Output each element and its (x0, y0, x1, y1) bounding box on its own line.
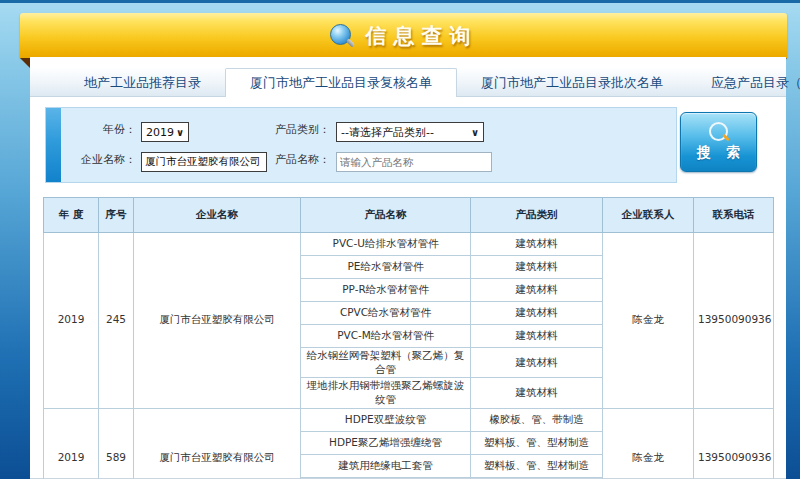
year-label: 年份： (74, 122, 136, 137)
catalog-table-body: 2019245厦门市台亚塑胶有限公司PVC-U给排水管材管件建筑材料陈金龙139… (44, 233, 774, 479)
category-label: 产品类别： (268, 122, 330, 137)
tab-bar: 地产工业品推荐目录 厦门市地产工业品目录复核名单 厦门市地产工业品目录批次名单 … (30, 68, 786, 97)
tab-emergency-catalog[interactable]: 应急产品目录（2020年） (687, 68, 800, 96)
table-row: 2019589厦门市台亚塑胶有限公司HDPE双壁波纹管橡胶板、管、带制造陈金龙1… (44, 408, 774, 431)
company-input[interactable] (141, 152, 267, 172)
product-name-cell: HDPE聚乙烯增强缠绕管 (301, 431, 471, 454)
chevron-down-icon: ∨ (471, 127, 479, 138)
product-name-cell: CPVC给水管材管件 (301, 302, 471, 325)
search-form: 年份： 2019∨ 产品类别： --请选择产品类别--∨ 企业名称： 产品名称： (45, 107, 677, 183)
company-cell: 厦门市台亚塑胶有限公司 (134, 408, 301, 479)
product-category-cell: 建筑材料 (471, 256, 603, 279)
year-cell: 2019 (44, 233, 99, 409)
seq-cell: 589 (99, 408, 134, 479)
product-name-cell: HDPE双壁波纹管 (301, 408, 471, 431)
tab-recommend-catalog[interactable]: 地产工业品推荐目录 (60, 68, 225, 96)
results-table: 年 度 序号 企业名称 产品名称 产品类别 企业联系人 联系电话 2019245… (43, 197, 774, 479)
product-category-cell: 建筑材料 (471, 233, 603, 256)
header-phone: 联系电话 (694, 198, 774, 233)
header-product: 产品名称 (301, 198, 471, 233)
product-category-cell: 塑料板、管、型材制造 (471, 454, 603, 477)
seq-cell: 245 (99, 233, 134, 409)
header-year: 年 度 (44, 198, 99, 233)
product-name-cell: PE给水管材管件 (301, 256, 471, 279)
product-category-cell: 建筑材料 (471, 279, 603, 302)
contact-cell: 陈金龙 (603, 233, 694, 409)
product-category-cell: 建筑材料 (471, 325, 603, 348)
phone-cell: 13950090936 (694, 408, 774, 479)
ribbon-fold-left (20, 58, 30, 68)
year-select[interactable]: 2019∨ (141, 122, 189, 142)
product-input[interactable] (336, 152, 492, 172)
table-row: 2019245厦门市台亚塑胶有限公司PVC-U给排水管材管件建筑材料陈金龙139… (44, 233, 774, 256)
product-name-cell: 给水钢丝网骨架塑料（聚乙烯）复合管 (301, 348, 471, 378)
year-cell: 2019 (44, 408, 99, 479)
product-label: 产品名称： (268, 152, 330, 167)
company-cell: 厦门市台亚塑胶有限公司 (134, 233, 301, 409)
header-seq: 序号 (99, 198, 134, 233)
company-label: 企业名称： (74, 152, 136, 167)
page-banner: 信息查询 (20, 13, 787, 58)
product-category-cell: 建筑材料 (471, 302, 603, 325)
product-name-cell: PVC-M给水管材管件 (301, 325, 471, 348)
product-category-cell: 建筑材料 (471, 378, 603, 408)
page-title: 信息查询 (366, 22, 478, 50)
contact-cell: 陈金龙 (603, 408, 694, 479)
tab-batch-list[interactable]: 厦门市地产工业品目录批次名单 (457, 68, 687, 96)
product-name-cell: PVC-U给排水管材管件 (301, 233, 471, 256)
table-header-row: 年 度 序号 企业名称 产品名称 产品类别 企业联系人 联系电话 (44, 198, 774, 233)
header-contact: 企业联系人 (603, 198, 694, 233)
category-select[interactable]: --请选择产品类别--∨ (336, 122, 484, 142)
search-icon (709, 122, 728, 141)
content-panel: 地产工业品推荐目录 厦门市地产工业品目录复核名单 厦门市地产工业品目录批次名单 … (30, 57, 786, 479)
product-name-cell: 建筑用绝缘电工套管 (301, 454, 471, 477)
form-accent-bar (46, 108, 61, 182)
product-category-cell: 橡胶板、管、带制造 (471, 408, 603, 431)
top-border-line (0, 0, 800, 3)
chevron-down-icon: ∨ (176, 127, 184, 138)
tab-review-list[interactable]: 厦门市地产工业品目录复核名单 (225, 68, 457, 97)
phone-cell: 13950090936 (694, 233, 774, 409)
product-category-cell: 建筑材料 (471, 348, 603, 378)
magnifier-icon (330, 24, 354, 48)
search-button[interactable]: 搜 索 (680, 112, 757, 172)
product-name-cell: 埋地排水用钢带增强聚乙烯螺旋波纹管 (301, 378, 471, 408)
product-name-cell: PP-R给水管材管件 (301, 279, 471, 302)
product-category-cell: 塑料板、管、型材制造 (471, 431, 603, 454)
header-company: 企业名称 (134, 198, 301, 233)
header-category: 产品类别 (471, 198, 603, 233)
